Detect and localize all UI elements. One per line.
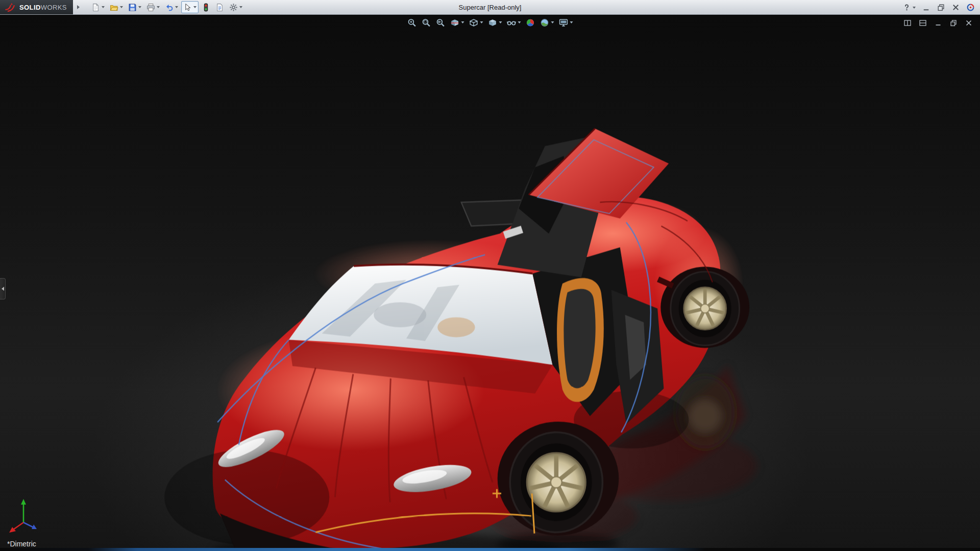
brand-text: SOLIDWORKS [19, 4, 67, 11]
view-orientation-icon [469, 18, 479, 28]
rebuild-button[interactable] [200, 1, 212, 13]
doc-restore-icon [949, 19, 958, 27]
options-button[interactable] [227, 1, 244, 13]
open-icon [110, 3, 118, 12]
split-pane-vertical-button[interactable] [901, 17, 914, 29]
apply-scene-button[interactable] [538, 16, 556, 29]
menu-expand-icon[interactable] [75, 2, 82, 12]
select-button[interactable] [181, 1, 199, 13]
dropdown-caret-icon[interactable] [480, 21, 483, 23]
dropdown-caret-icon[interactable] [239, 6, 242, 8]
view-orientation-label: *Dimetric [7, 540, 36, 548]
edit-appearance-button[interactable] [524, 16, 537, 29]
dropdown-caret-icon[interactable] [175, 6, 178, 8]
previous-view-icon [436, 18, 446, 28]
previous-view-button[interactable] [434, 16, 447, 29]
section-view-button[interactable] [449, 16, 466, 29]
dropdown-caret-icon[interactable] [157, 6, 160, 8]
save-button[interactable] [126, 1, 143, 13]
zoom-area-icon [422, 18, 431, 28]
minimize-icon [922, 3, 930, 12]
options-icon [229, 3, 238, 12]
open-button[interactable] [108, 1, 125, 13]
zoom-fit-icon [407, 18, 417, 28]
heads-up-toolbar [406, 16, 575, 29]
dropdown-caret-icon[interactable] [551, 21, 554, 23]
doc-minimize-icon [934, 19, 942, 27]
status-bar [0, 548, 980, 551]
dropdown-caret-icon[interactable] [499, 21, 502, 23]
zoom-fit-button[interactable] [406, 16, 419, 29]
solidworks-mark-icon [4, 2, 16, 12]
print-icon [146, 3, 155, 12]
dropdown-caret-icon[interactable] [518, 21, 521, 23]
dropdown-caret-icon[interactable] [138, 6, 141, 8]
rebuild-icon [202, 3, 210, 12]
apply-scene-icon [540, 18, 550, 28]
solidworks-logo: SOLIDWORKS [0, 0, 73, 14]
doc-close-icon [965, 19, 973, 27]
dropdown-caret-icon[interactable] [461, 21, 464, 23]
dropdown-caret-icon[interactable] [913, 7, 916, 9]
doc-minimize-button[interactable] [932, 17, 944, 29]
file-properties-button[interactable] [213, 1, 226, 13]
new-document-icon [91, 3, 100, 12]
hide-show-items-button[interactable] [505, 16, 523, 29]
view-settings-icon [559, 18, 569, 28]
display-style-button[interactable] [486, 16, 504, 29]
document-window-controls [901, 17, 975, 29]
dropdown-caret-icon[interactable] [193, 6, 197, 8]
zoom-area-button[interactable] [420, 16, 433, 29]
main-toolbar [89, 0, 244, 14]
undo-button[interactable] [163, 1, 180, 13]
section-view-icon [450, 18, 460, 28]
restore-icon [937, 3, 945, 12]
split-pane-horizontal-button[interactable] [917, 17, 929, 29]
hide-show-items-icon [507, 18, 517, 28]
ds-logo-button[interactable] [964, 2, 977, 14]
help-button[interactable] [900, 2, 918, 14]
brand-solid: SOLID [19, 4, 41, 11]
close-button[interactable] [949, 2, 962, 14]
new-document-button[interactable] [89, 1, 107, 13]
split-pane-vertical-icon [903, 19, 912, 27]
save-icon [128, 3, 137, 12]
undo-icon [165, 3, 174, 12]
close-icon [951, 3, 960, 12]
split-pane-horizontal-icon [919, 19, 927, 27]
minimize-button[interactable] [920, 2, 933, 14]
file-properties-icon [215, 3, 224, 12]
supercar-model [0, 15, 980, 551]
edit-appearance-icon [526, 18, 535, 28]
help-icon [902, 3, 911, 12]
view-settings-button[interactable] [557, 16, 575, 29]
feature-manager-collapse-tab[interactable] [0, 278, 6, 299]
doc-restore-button[interactable] [947, 17, 960, 29]
dropdown-caret-icon[interactable] [102, 6, 105, 8]
display-style-icon [488, 18, 498, 28]
select-icon [183, 3, 192, 12]
orientation-triad [5, 494, 44, 536]
view-orientation-button[interactable] [468, 16, 485, 29]
dropdown-caret-icon[interactable] [570, 21, 573, 23]
window-title: Supercar [Read-only] [459, 0, 522, 15]
titlebar-controls [900, 0, 977, 15]
dropdown-caret-icon[interactable] [120, 6, 123, 8]
brand-works: WORKS [41, 4, 67, 11]
restore-button[interactable] [935, 2, 947, 14]
titlebar: SOLIDWORKS Supercar [Read-only] [0, 0, 980, 15]
ds-logo-icon [966, 3, 975, 12]
print-button[interactable] [144, 1, 162, 13]
doc-close-button[interactable] [963, 17, 975, 29]
graphics-viewport[interactable]: *Dimetric [0, 15, 980, 551]
